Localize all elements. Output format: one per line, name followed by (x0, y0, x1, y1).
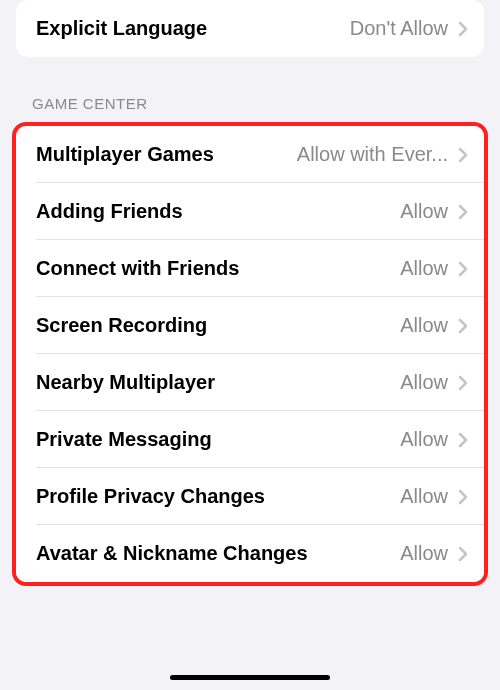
row-label: Profile Privacy Changes (36, 485, 265, 508)
chevron-right-icon (458, 204, 468, 220)
chevron-right-icon (458, 21, 468, 37)
chevron-right-icon (458, 147, 468, 163)
row-label: Private Messaging (36, 428, 212, 451)
highlight-game-center: Multiplayer Games Allow with Ever... Add… (12, 122, 488, 586)
row-value: Allow (215, 371, 448, 394)
row-value: Allow (212, 428, 448, 451)
row-label: Adding Friends (36, 200, 183, 223)
row-label: Connect with Friends (36, 257, 239, 280)
row-profile-privacy-changes[interactable]: Profile Privacy Changes Allow (16, 468, 484, 525)
chevron-right-icon (458, 432, 468, 448)
chevron-right-icon (458, 318, 468, 334)
row-nearby-multiplayer[interactable]: Nearby Multiplayer Allow (16, 354, 484, 411)
chevron-right-icon (458, 261, 468, 277)
home-indicator[interactable] (170, 675, 330, 680)
row-private-messaging[interactable]: Private Messaging Allow (16, 411, 484, 468)
row-label: Screen Recording (36, 314, 207, 337)
chevron-right-icon (458, 546, 468, 562)
row-value: Allow (265, 485, 448, 508)
row-label: Explicit Language (36, 17, 207, 40)
row-label: Avatar & Nickname Changes (36, 542, 308, 565)
row-label: Multiplayer Games (36, 143, 214, 166)
row-label: Nearby Multiplayer (36, 371, 215, 394)
row-connect-with-friends[interactable]: Connect with Friends Allow (16, 240, 484, 297)
row-value: Allow (308, 542, 448, 565)
row-screen-recording[interactable]: Screen Recording Allow (16, 297, 484, 354)
row-value: Allow (207, 314, 448, 337)
chevron-right-icon (458, 375, 468, 391)
row-multiplayer-games[interactable]: Multiplayer Games Allow with Ever... (16, 126, 484, 183)
row-value: Allow (239, 257, 448, 280)
row-explicit-language[interactable]: Explicit Language Don't Allow (16, 0, 484, 57)
game-center-group: Multiplayer Games Allow with Ever... Add… (16, 126, 484, 582)
section-header-game-center: Game Center (0, 57, 500, 122)
row-value: Allow with Ever... (214, 143, 448, 166)
chevron-right-icon (458, 489, 468, 505)
top-settings-group: Explicit Language Don't Allow (16, 0, 484, 57)
row-adding-friends[interactable]: Adding Friends Allow (16, 183, 484, 240)
row-avatar-nickname-changes[interactable]: Avatar & Nickname Changes Allow (16, 525, 484, 582)
row-value: Allow (183, 200, 448, 223)
row-value: Don't Allow (207, 17, 448, 40)
